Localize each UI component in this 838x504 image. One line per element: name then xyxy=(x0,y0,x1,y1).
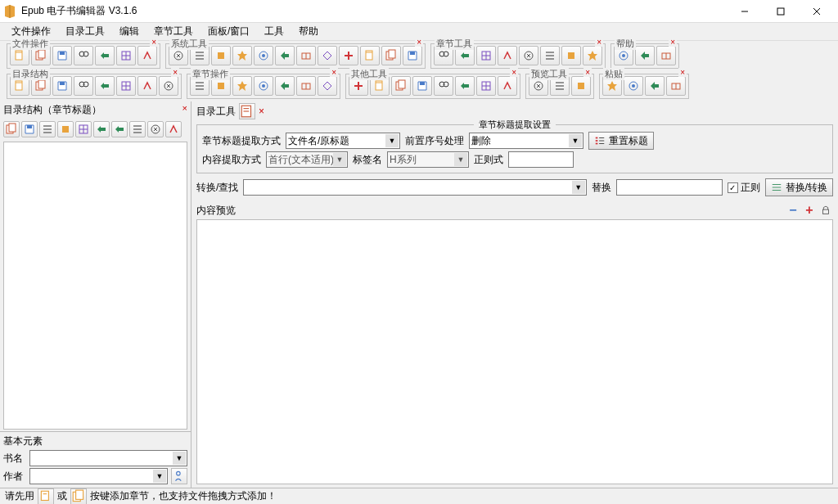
toolbar-button[interactable] xyxy=(275,76,295,96)
tree-tool-button[interactable] xyxy=(129,121,146,137)
toolbar-button[interactable] xyxy=(137,46,157,65)
regex-check-label: 正则 xyxy=(741,181,760,195)
toolbar-group-close-icon[interactable]: × xyxy=(595,38,603,47)
toolbar-button[interactable] xyxy=(381,46,401,65)
svg-rect-17 xyxy=(218,52,224,59)
toolbar-button[interactable] xyxy=(666,76,686,96)
toolbar-button[interactable] xyxy=(571,76,591,96)
replace-convert-button[interactable]: 替换/转换 xyxy=(765,178,833,196)
author-combo[interactable]: ▼ xyxy=(29,468,168,484)
toolbar-button[interactable] xyxy=(159,76,178,96)
tree-panel-close-icon[interactable]: × xyxy=(182,103,187,113)
reset-title-button[interactable]: 重置标题 xyxy=(588,132,654,150)
toolbar-button[interactable] xyxy=(476,46,496,65)
menu-catalog[interactable]: 目录工具 xyxy=(59,23,111,40)
toolbar-button[interactable] xyxy=(116,76,136,96)
menu-tools[interactable]: 工具 xyxy=(258,23,291,40)
status-add-chapter-icon-2[interactable] xyxy=(70,488,87,505)
toolbar-button[interactable] xyxy=(318,46,337,65)
book-name-combo[interactable]: ▼ xyxy=(29,450,187,466)
menu-edit[interactable]: 编辑 xyxy=(113,23,146,40)
toolbar-button[interactable] xyxy=(561,46,581,65)
toolbar-button[interactable] xyxy=(296,46,316,65)
tree-tool-button[interactable] xyxy=(111,121,128,137)
toolbar-button[interactable] xyxy=(434,76,453,96)
toolbar-group-close-icon[interactable]: × xyxy=(150,38,158,47)
toolbar-button[interactable] xyxy=(360,46,380,65)
toolbar-button[interactable] xyxy=(254,76,273,96)
toolbar-group-close-icon[interactable]: × xyxy=(669,38,677,47)
toolbar-button[interactable] xyxy=(232,76,252,96)
toolbar-button[interactable] xyxy=(275,46,295,65)
svg-rect-100 xyxy=(596,143,598,145)
toolbar-group-close-icon[interactable]: × xyxy=(510,68,518,77)
toolbar-button[interactable] xyxy=(211,46,231,65)
toolbar-button[interactable] xyxy=(583,46,602,65)
catalog-tools-icon-button[interactable] xyxy=(239,103,255,119)
toolbar-group: 其他工具× xyxy=(345,74,520,99)
tree-tool-button[interactable] xyxy=(93,121,110,137)
prefix-select[interactable]: 删除 ▼ xyxy=(469,133,583,149)
toolbar-group-close-icon[interactable]: × xyxy=(583,68,592,77)
tree-tool-button[interactable] xyxy=(165,121,182,137)
toolbar-button[interactable] xyxy=(137,76,157,96)
toolbar-button[interactable] xyxy=(635,46,655,65)
toolbar-button[interactable] xyxy=(656,46,676,65)
toolbar-group-close-icon[interactable]: × xyxy=(678,68,687,77)
toolbar-button[interactable] xyxy=(498,76,517,96)
toolbar-group-close-icon[interactable]: × xyxy=(171,68,179,77)
tree-tool-button[interactable] xyxy=(21,121,38,137)
author-search-button[interactable] xyxy=(171,468,187,484)
toolbar-button[interactable] xyxy=(645,76,665,96)
minimize-button[interactable] xyxy=(727,0,763,23)
toolbar-button[interactable] xyxy=(624,76,643,96)
content-preview[interactable] xyxy=(196,219,833,484)
toolbar-button[interactable] xyxy=(476,76,496,96)
tree-tool-button[interactable] xyxy=(75,121,92,137)
toolbar-button[interactable] xyxy=(52,46,72,65)
toolbar-button[interactable] xyxy=(412,76,432,96)
toolbar-button[interactable] xyxy=(318,76,337,96)
toolbar-button[interactable] xyxy=(455,76,475,96)
toolbar-button[interactable] xyxy=(74,46,93,65)
tree-tool-button[interactable] xyxy=(147,121,164,137)
preview-plus-button[interactable]: + xyxy=(802,203,817,218)
toolbar-group-close-icon[interactable]: × xyxy=(415,38,423,47)
toolbar-button[interactable] xyxy=(254,46,273,65)
extract-method-select[interactable]: 文件名/原标题 ▼ xyxy=(286,133,400,149)
toolbar-button[interactable] xyxy=(95,46,115,65)
content-method-select[interactable]: 首行(文本适用) ▼ xyxy=(266,151,348,168)
toolbar-button[interactable] xyxy=(232,46,252,65)
regex-checkbox[interactable]: 正则 xyxy=(728,181,760,195)
toolbar-button[interactable] xyxy=(540,46,560,65)
tree-tool-button[interactable] xyxy=(3,121,20,137)
tree-tool-button[interactable] xyxy=(57,121,74,137)
toolbar-button[interactable] xyxy=(391,76,411,96)
menu-help[interactable]: 帮助 xyxy=(292,23,325,40)
maximize-button[interactable] xyxy=(763,0,799,23)
toolbar-button[interactable] xyxy=(498,46,517,65)
regex-input[interactable] xyxy=(508,151,574,168)
status-add-chapter-icon-1[interactable] xyxy=(38,488,54,505)
search-combo[interactable]: ▼ xyxy=(243,179,586,196)
status-text-1: 请先用 xyxy=(5,489,34,503)
toolbar-button[interactable] xyxy=(52,76,72,96)
toolbar-button[interactable] xyxy=(116,46,136,65)
tag-select[interactable]: H系列 ▼ xyxy=(387,151,469,168)
chapter-tree[interactable] xyxy=(3,142,187,430)
replace-input[interactable] xyxy=(616,179,723,196)
close-button[interactable] xyxy=(799,0,835,23)
toolbar-button[interactable] xyxy=(296,76,316,96)
toolbar-button[interactable] xyxy=(339,46,358,65)
tree-tool-button[interactable] xyxy=(39,121,56,137)
toolbar-button[interactable] xyxy=(519,46,538,65)
toolbar-group-close-icon[interactable]: × xyxy=(330,68,338,77)
catalog-tools-close-icon[interactable]: × xyxy=(259,106,264,117)
menu-panel[interactable]: 面板/窗口 xyxy=(201,23,256,40)
toolbar-button[interactable] xyxy=(95,76,115,96)
toolbar-button[interactable] xyxy=(74,76,93,96)
preview-lock-button[interactable] xyxy=(818,203,833,218)
preview-minus-button[interactable]: − xyxy=(786,203,800,218)
toolbar-group-label: 预览工具 xyxy=(529,68,569,80)
toolbar-button[interactable] xyxy=(403,46,422,65)
